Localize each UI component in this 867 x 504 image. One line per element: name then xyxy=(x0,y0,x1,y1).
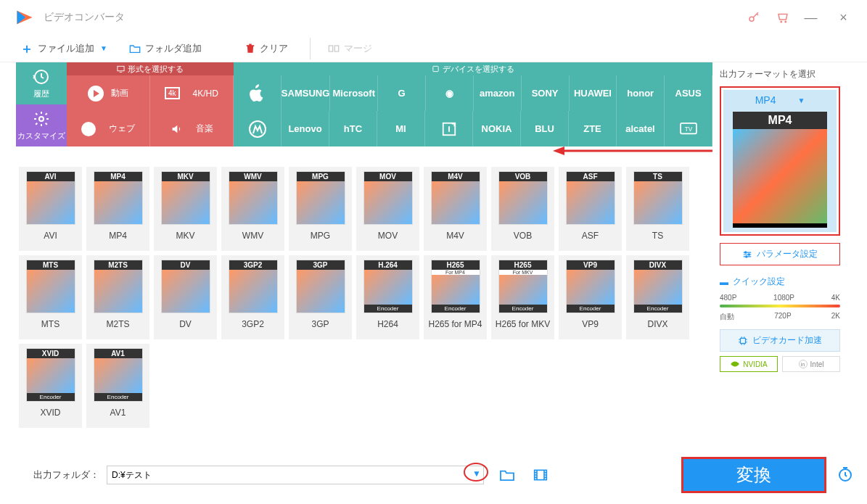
schedule-button[interactable] xyxy=(837,466,854,485)
brand-sony[interactable]: SONY xyxy=(522,75,570,111)
format-preview-thumb: MP4 xyxy=(733,112,827,228)
format-mp4[interactable]: MP4MP4 xyxy=(86,167,149,251)
format-header: 形式を選択する xyxy=(67,62,234,75)
brand-mi[interactable]: MI xyxy=(377,111,425,146)
cart-icon[interactable] xyxy=(771,6,794,29)
gpu-accel-button[interactable]: ビデオカード加速 xyxy=(720,329,840,352)
brand-huawei[interactable]: HUAWEI xyxy=(570,75,617,111)
svg-point-0 xyxy=(749,17,754,21)
add-folder-button[interactable]: フォルダ追加 xyxy=(129,42,202,55)
svg-point-16 xyxy=(748,253,749,255)
close-button[interactable]: × xyxy=(827,3,860,32)
gear-icon xyxy=(33,110,50,128)
history-tab[interactable]: 履歴 xyxy=(16,62,67,104)
format-mts[interactable]: MTSMTS xyxy=(19,255,82,339)
format-3gp2[interactable]: 3GP23GP2 xyxy=(221,255,284,339)
format-h265-for-mkv[interactable]: H265For MKVEncoderH265 for MKV xyxy=(491,255,554,339)
key-icon[interactable] xyxy=(742,6,765,29)
output-folder-label: 出力フォルダ： xyxy=(33,468,99,482)
format-select-dropdown[interactable]: MP4 ▼ xyxy=(728,94,832,106)
nvidia-chip[interactable]: NVIDIA xyxy=(720,356,778,372)
device-header: デバイスを選択する xyxy=(234,62,712,75)
merge-button[interactable]: マージ xyxy=(328,42,372,55)
brand-lg[interactable]: ◉ xyxy=(426,75,474,111)
brand-alcatel[interactable]: alcatel xyxy=(617,111,665,146)
format-mpg[interactable]: MPGMPG xyxy=(289,167,352,251)
open-folder-button[interactable] xyxy=(497,465,517,485)
svg-rect-4 xyxy=(334,46,338,51)
folder-plus-icon xyxy=(129,44,141,54)
add-file-label: ファイル追加 xyxy=(38,42,94,55)
svg-point-1 xyxy=(781,21,782,22)
merge-icon xyxy=(328,44,340,54)
brand-g[interactable]: G xyxy=(378,75,426,111)
format-wmv[interactable]: WMVWMV xyxy=(221,167,284,251)
format-m2ts[interactable]: M2TSM2TS xyxy=(86,255,149,339)
quick-settings-title: ▬ クイック設定 xyxy=(720,276,840,288)
svg-rect-3 xyxy=(329,46,332,51)
monitor-icon xyxy=(117,65,125,73)
film-icon-button[interactable] xyxy=(530,465,551,485)
convert-button[interactable]: 変換 xyxy=(681,457,826,493)
apple-icon xyxy=(249,84,265,103)
chevron-down-icon[interactable]: ▼ xyxy=(100,44,107,52)
svg-rect-7 xyxy=(118,66,124,70)
format-h264[interactable]: H.264EncoderH264 xyxy=(356,255,419,339)
brand-motorola[interactable] xyxy=(234,111,282,146)
plus-icon: ＋ xyxy=(20,40,33,57)
add-file-button[interactable]: ＋ ファイル追加 ▼ xyxy=(20,40,107,57)
play-icon xyxy=(88,86,104,102)
web-category[interactable]: ウェブ xyxy=(67,111,150,146)
brand-amazon[interactable]: amazon xyxy=(474,75,522,111)
svg-point-6 xyxy=(39,117,44,121)
minimize-button[interactable]: — xyxy=(794,3,827,32)
red-arrow-annotation xyxy=(553,144,712,158)
brand-asus[interactable]: ASUS xyxy=(665,75,712,111)
output-folder-input[interactable] xyxy=(107,466,484,484)
audio-category[interactable]: 音楽 xyxy=(150,111,234,146)
svg-text:TV: TV xyxy=(684,125,692,132)
format-mkv[interactable]: MKVMKV xyxy=(154,167,217,251)
format-dv[interactable]: DVDV xyxy=(154,255,217,339)
clear-button[interactable]: クリア xyxy=(245,42,288,55)
customize-tab[interactable]: カスタマイズ xyxy=(16,104,67,146)
format-xvid[interactable]: XVIDEncoderXVID xyxy=(19,344,82,428)
brand-honor[interactable]: honor xyxy=(617,75,665,111)
format-vob[interactable]: VOBVOB xyxy=(491,167,554,251)
brand-blu[interactable]: BLU xyxy=(521,111,569,146)
4k-icon: 4k xyxy=(165,87,180,99)
brand-microsoft[interactable]: Microsoft xyxy=(330,75,378,111)
app-logo-icon xyxy=(15,7,35,28)
history-icon xyxy=(33,68,50,86)
svg-marker-14 xyxy=(553,146,564,155)
format-avi[interactable]: AVIAVI xyxy=(19,167,82,251)
format-asf[interactable]: ASFASF xyxy=(559,167,622,251)
brand-lenovo[interactable]: Lenovo xyxy=(282,111,329,146)
parameter-settings-button[interactable]: パラメータ設定 xyxy=(720,243,840,265)
tv-icon: TV xyxy=(679,122,698,136)
brand-apple[interactable] xyxy=(234,75,282,111)
output-format-title: 出力フォーマットを選択 xyxy=(720,68,840,80)
format-3gp[interactable]: 3GP3GP xyxy=(289,255,352,339)
svg-rect-18 xyxy=(741,338,746,343)
brand-tv[interactable]: TV xyxy=(665,111,712,146)
format-m4v[interactable]: M4VM4V xyxy=(424,167,487,251)
format-av1[interactable]: AV1EncoderAV1 xyxy=(86,344,149,428)
brand-zte[interactable]: ZTE xyxy=(569,111,617,146)
format-vp9[interactable]: VP9EncoderVP9 xyxy=(559,255,622,339)
speaker-icon xyxy=(170,123,183,135)
resolution-slider[interactable]: 480P 1080P 4K 自動 720P 2K xyxy=(720,294,840,322)
format-h265-for-mp4[interactable]: H265For MP4EncoderH265 for MP4 xyxy=(424,255,487,339)
format-mov[interactable]: MOVMOV xyxy=(356,167,419,251)
video-category[interactable]: 動画 xyxy=(67,75,150,111)
intel-chip[interactable]: in Intel xyxy=(782,356,840,372)
brand-nokia[interactable]: NOKIA xyxy=(473,111,521,146)
oneplus-icon xyxy=(441,121,457,137)
svg-rect-8 xyxy=(433,66,438,71)
format-divx[interactable]: DIVXEncoderDIVX xyxy=(626,255,689,339)
format-ts[interactable]: TSTS xyxy=(626,167,689,251)
brand-samsung[interactable]: SAMSUNG xyxy=(282,75,330,111)
4k-category[interactable]: 4k 4K/HD xyxy=(150,75,234,111)
brand-oneplus[interactable] xyxy=(425,111,473,146)
brand-htc[interactable]: hTC xyxy=(329,111,377,146)
